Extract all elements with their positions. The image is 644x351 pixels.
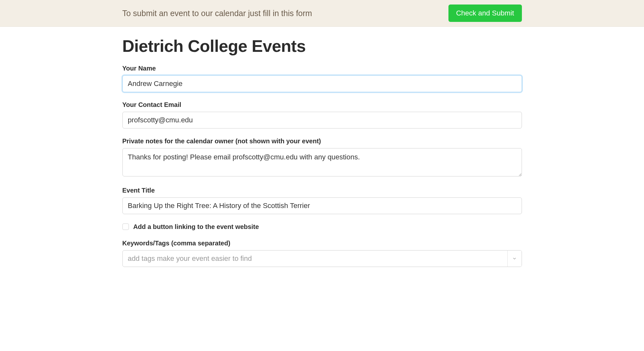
top-bar: To submit an event to our calendar just …: [0, 0, 644, 27]
website-button-group: Add a button linking to the event websit…: [122, 223, 522, 231]
chevron-down-icon: [512, 256, 517, 261]
private-notes-textarea[interactable]: [122, 148, 522, 176]
tags-input[interactable]: [123, 251, 507, 267]
tags-dropdown-button[interactable]: [507, 251, 522, 267]
event-title-input[interactable]: [122, 197, 522, 214]
form-container: Dietrich College Events Your Name Your C…: [119, 27, 525, 289]
add-website-button-checkbox[interactable]: [122, 223, 129, 230]
top-bar-inner: To submit an event to our calendar just …: [119, 5, 525, 22]
email-input[interactable]: [122, 112, 522, 128]
tags-label: Keywords/Tags (comma separated): [122, 240, 522, 247]
email-group: Your Contact Email: [122, 101, 522, 128]
tags-input-wrapper: [122, 250, 522, 267]
event-title-label: Event Title: [122, 187, 522, 194]
name-label: Your Name: [122, 65, 522, 72]
event-title-group: Event Title: [122, 187, 522, 214]
check-and-submit-button[interactable]: Check and Submit: [448, 5, 522, 22]
email-label: Your Contact Email: [122, 101, 522, 109]
private-notes-label: Private notes for the calendar owner (no…: [122, 138, 522, 145]
name-input[interactable]: [122, 75, 522, 92]
tags-group: Keywords/Tags (comma separated): [122, 240, 522, 267]
page-title: Dietrich College Events: [122, 36, 522, 56]
name-group: Your Name: [122, 65, 522, 92]
instruction-text: To submit an event to our calendar just …: [122, 9, 312, 18]
add-website-button-label[interactable]: Add a button linking to the event websit…: [133, 223, 259, 231]
private-notes-group: Private notes for the calendar owner (no…: [122, 138, 522, 178]
